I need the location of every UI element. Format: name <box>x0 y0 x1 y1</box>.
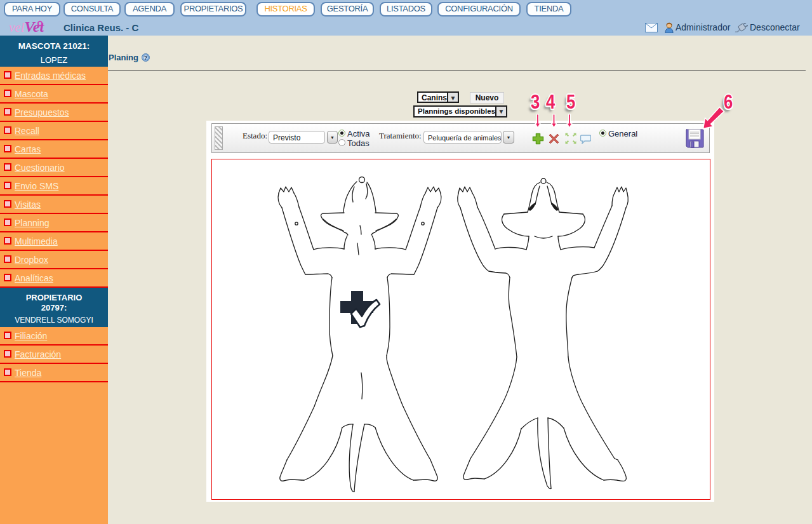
svg-text:?: ? <box>144 55 148 61</box>
